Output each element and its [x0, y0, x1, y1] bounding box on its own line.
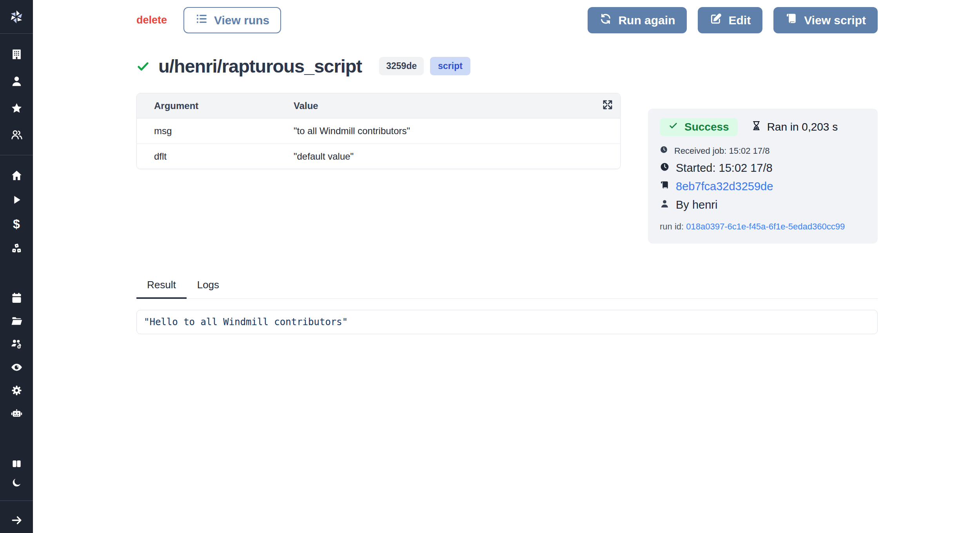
check-icon [668, 121, 678, 133]
maximize-icon [602, 99, 613, 113]
user-icon [660, 198, 670, 211]
received-label: Received job: 15:02 17/8 [674, 146, 769, 156]
view-runs-button[interactable]: View runs [183, 7, 281, 33]
refresh-icon [599, 13, 612, 28]
users-gear-icon[interactable] [0, 335, 33, 353]
started-label: Started: 15:02 17/8 [676, 162, 773, 175]
home-icon[interactable] [0, 166, 33, 185]
view-runs-label: View runs [214, 14, 269, 27]
sidebar: $ [0, 0, 33, 533]
run-again-label: Run again [618, 14, 675, 27]
hash-badge[interactable]: 3259de [379, 57, 424, 75]
hourglass-icon [751, 120, 762, 134]
arg-value: "to all Windmill contributors" [294, 126, 620, 136]
cubes-icon[interactable] [0, 239, 33, 258]
run-id-label: run id: [660, 222, 684, 231]
moon-icon[interactable] [0, 473, 33, 492]
script-hash-link[interactable]: 8eb7fca32d3259de [676, 180, 773, 193]
arg-name: msg [137, 126, 294, 136]
book-icon[interactable] [0, 454, 33, 473]
play-icon[interactable] [0, 190, 33, 209]
topbar: delete View runs Run again Edit View scr… [136, 0, 878, 33]
duration: Ran in 0,203 s [751, 120, 838, 134]
calendar-icon[interactable] [0, 288, 33, 307]
tab-logs[interactable]: Logs [187, 279, 230, 299]
folder-open-icon[interactable] [0, 311, 33, 330]
duration-label: Ran in 0,203 s [767, 121, 838, 133]
eye-icon[interactable] [0, 358, 33, 377]
tab-result[interactable]: Result [136, 279, 187, 299]
table-header-row: Argument Value [137, 93, 620, 118]
windmill-logo[interactable] [0, 0, 33, 34]
delete-button[interactable]: delete [136, 14, 167, 26]
view-script-label: View script [804, 14, 866, 27]
arg-name: dflt [137, 151, 294, 162]
clock-icon [660, 146, 668, 156]
arguments-table: Argument Value msg "to all Windmill [136, 93, 621, 169]
edit-icon [710, 13, 722, 28]
received-row: Received job: 15:02 17/8 [660, 146, 865, 156]
table-row: dflt "default value" [137, 144, 620, 169]
by-row: By henri [660, 198, 865, 211]
scroll-icon [785, 13, 798, 28]
building-icon[interactable] [0, 45, 33, 64]
script-hash-row: 8eb7fca32d3259de [660, 180, 865, 193]
robot-icon[interactable] [0, 404, 33, 423]
status-badge: Success [660, 118, 738, 136]
script-badge[interactable]: script [430, 57, 470, 75]
success-check-icon [136, 60, 150, 73]
column-header-argument: Argument [137, 100, 294, 111]
user-icon[interactable] [0, 72, 33, 91]
edit-label: Edit [728, 14, 751, 27]
column-header-value: Value [294, 100, 595, 111]
users-icon[interactable] [0, 125, 33, 144]
arg-value: "default value" [294, 151, 620, 162]
run-id-row: run id: 018a0397-6c1e-f45a-6f1e-5edad360… [660, 222, 865, 232]
status-label: Success [684, 121, 729, 133]
scroll-icon [660, 180, 670, 193]
run-id-link[interactable]: 018a0397-6c1e-f45a-6f1e-5edad360cc99 [686, 222, 845, 231]
result-tabs: Result Logs [136, 279, 878, 299]
dollar-icon[interactable]: $ [0, 215, 33, 233]
main-content: delete View runs Run again Edit View scr… [33, 0, 980, 334]
started-row: Started: 15:02 17/8 [660, 162, 865, 175]
table-row: msg "to all Windmill contributors" [137, 118, 620, 144]
status-card: Success Ran in 0,203 s Received job: 15:… [648, 109, 878, 244]
run-again-button[interactable]: Run again [588, 7, 687, 33]
list-icon [195, 13, 208, 28]
view-script-button[interactable]: View script [773, 7, 878, 33]
title-row: u/henri/rapturous_script 3259de script [136, 55, 878, 77]
edit-button[interactable]: Edit [698, 7, 762, 33]
result-output: "Hello to all Windmill contributors" [136, 310, 878, 334]
page-title: u/henri/rapturous_script [158, 55, 362, 77]
star-icon[interactable] [0, 99, 33, 118]
gear-icon[interactable] [0, 381, 33, 400]
arrow-right-icon[interactable] [0, 511, 33, 529]
by-label: By henri [676, 198, 717, 211]
expand-table-button[interactable] [595, 99, 620, 113]
clock-icon [660, 162, 670, 175]
